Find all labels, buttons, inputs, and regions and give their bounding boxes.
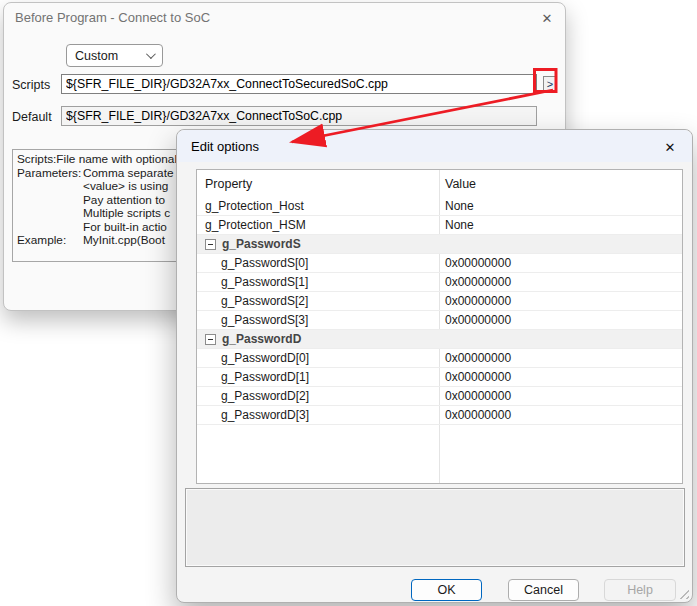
dialog-title: Before Program - Connect to SoC <box>15 10 210 25</box>
table-row[interactable]: g_PasswordS[2] 0x00000000 <box>197 292 682 311</box>
collapse-minus-icon[interactable] <box>205 239 216 250</box>
description-panel <box>185 488 685 567</box>
default-input <box>61 106 537 126</box>
scripts-label: Scripts <box>12 78 50 92</box>
chevron-down-icon <box>146 49 156 59</box>
help-line-label: Parameters: <box>17 167 83 181</box>
dialog-titlebar: Edit options <box>177 130 692 162</box>
table-row[interactable]: g_Protection_HSM None <box>197 216 682 235</box>
column-header-value: Value <box>439 177 476 191</box>
edit-options-dialog: Edit options ✕ Property Value g_Protecti… <box>176 129 693 603</box>
table-row[interactable]: g_PasswordS[3] 0x00000000 <box>197 311 682 330</box>
help-line-label <box>17 194 83 208</box>
table-group-row[interactable]: g_PasswordD <box>197 330 682 349</box>
property-table: Property Value g_Protection_Host None g_… <box>196 169 683 484</box>
help-line-label <box>17 207 83 221</box>
help-line-label: Scripts: <box>17 153 56 167</box>
help-line-text: File name with optional p <box>56 153 187 167</box>
resize-grip[interactable] <box>676 586 689 599</box>
dialog-title: Edit options <box>191 139 259 154</box>
help-line-label <box>17 180 83 194</box>
column-header-property: Property <box>197 177 439 191</box>
help-line-label <box>17 221 83 235</box>
table-row[interactable]: g_PasswordS[1] 0x00000000 <box>197 273 682 292</box>
help-line-text: MyInit.cpp(Boot <box>83 234 165 248</box>
table-group-row[interactable]: g_PasswordS <box>197 235 682 254</box>
close-icon[interactable]: ✕ <box>660 137 680 157</box>
default-label: Default <box>12 110 52 124</box>
help-line-text: Multiple scripts c <box>83 207 170 221</box>
close-icon[interactable]: ✕ <box>537 8 557 28</box>
table-row[interactable]: g_PasswordD[3] 0x00000000 <box>197 406 682 425</box>
cancel-button[interactable]: Cancel <box>508 579 579 601</box>
expand-options-button[interactable]: > <box>543 76 557 92</box>
help-line-text: For built-in actio <box>83 221 167 235</box>
table-row[interactable]: g_Protection_Host None <box>197 197 682 216</box>
table-row[interactable]: g_PasswordD[2] 0x00000000 <box>197 387 682 406</box>
help-line-text: Comma separate <box>83 167 173 181</box>
help-button: Help <box>604 579 676 601</box>
help-line-text: Pay attention to <box>83 194 165 208</box>
table-header: Property Value <box>197 170 682 197</box>
help-line-label: Example: <box>17 234 83 248</box>
help-line-text: <value> is using <box>83 180 168 194</box>
table-row[interactable]: g_PasswordD[1] 0x00000000 <box>197 368 682 387</box>
preset-dropdown[interactable]: Custom <box>66 44 163 67</box>
table-row[interactable]: g_PasswordS[0] 0x00000000 <box>197 254 682 273</box>
scripts-input[interactable] <box>61 74 537 94</box>
ok-button[interactable]: OK <box>411 579 482 601</box>
collapse-minus-icon[interactable] <box>205 334 216 345</box>
table-row[interactable]: g_PasswordD[0] 0x00000000 <box>197 349 682 368</box>
preset-dropdown-value: Custom <box>75 49 118 63</box>
